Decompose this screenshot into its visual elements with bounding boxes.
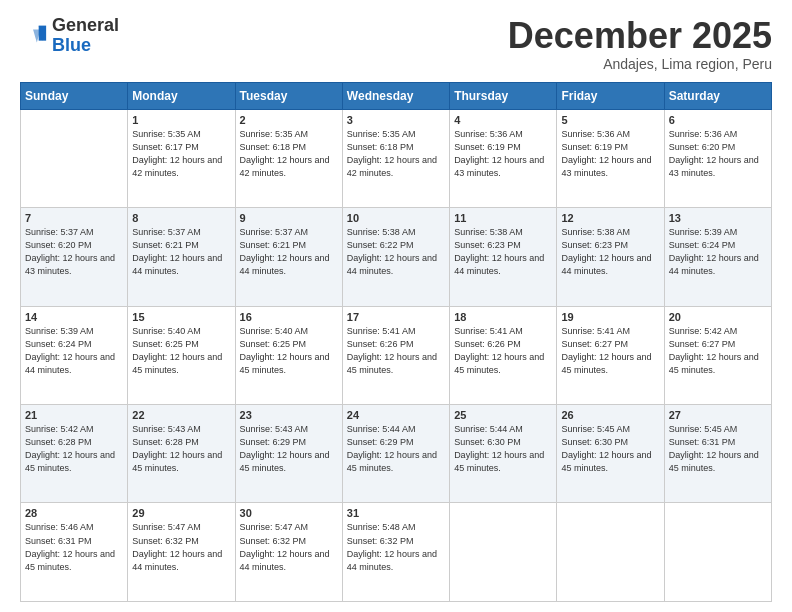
day-info: Sunrise: 5:45 AMSunset: 6:30 PMDaylight:…: [561, 423, 659, 475]
day-number: 28: [25, 507, 123, 519]
day-number: 3: [347, 114, 445, 126]
calendar-cell: 14Sunrise: 5:39 AMSunset: 6:24 PMDayligh…: [21, 306, 128, 404]
day-number: 2: [240, 114, 338, 126]
day-info: Sunrise: 5:36 AMSunset: 6:20 PMDaylight:…: [669, 128, 767, 180]
day-number: 16: [240, 311, 338, 323]
day-number: 14: [25, 311, 123, 323]
day-number: 10: [347, 212, 445, 224]
day-number: 31: [347, 507, 445, 519]
day-info: Sunrise: 5:43 AMSunset: 6:28 PMDaylight:…: [132, 423, 230, 475]
calendar-cell: 3Sunrise: 5:35 AMSunset: 6:18 PMDaylight…: [342, 109, 449, 207]
day-info: Sunrise: 5:37 AMSunset: 6:21 PMDaylight:…: [240, 226, 338, 278]
day-header: Wednesday: [342, 82, 449, 109]
month-title: December 2025: [508, 16, 772, 56]
day-number: 19: [561, 311, 659, 323]
logo-icon: [20, 22, 48, 50]
day-info: Sunrise: 5:37 AMSunset: 6:21 PMDaylight:…: [132, 226, 230, 278]
calendar-cell: 26Sunrise: 5:45 AMSunset: 6:30 PMDayligh…: [557, 405, 664, 503]
calendar-cell: 29Sunrise: 5:47 AMSunset: 6:32 PMDayligh…: [128, 503, 235, 602]
day-info: Sunrise: 5:38 AMSunset: 6:22 PMDaylight:…: [347, 226, 445, 278]
calendar-table: SundayMondayTuesdayWednesdayThursdayFrid…: [20, 82, 772, 602]
day-info: Sunrise: 5:35 AMSunset: 6:18 PMDaylight:…: [347, 128, 445, 180]
day-header: Thursday: [450, 82, 557, 109]
day-header: Friday: [557, 82, 664, 109]
calendar-cell: 13Sunrise: 5:39 AMSunset: 6:24 PMDayligh…: [664, 208, 771, 306]
day-info: Sunrise: 5:41 AMSunset: 6:26 PMDaylight:…: [347, 325, 445, 377]
day-number: 13: [669, 212, 767, 224]
calendar-cell: [664, 503, 771, 602]
day-number: 15: [132, 311, 230, 323]
day-info: Sunrise: 5:47 AMSunset: 6:32 PMDaylight:…: [240, 521, 338, 573]
calendar-cell: 7Sunrise: 5:37 AMSunset: 6:20 PMDaylight…: [21, 208, 128, 306]
day-info: Sunrise: 5:45 AMSunset: 6:31 PMDaylight:…: [669, 423, 767, 475]
subtitle: Andajes, Lima region, Peru: [508, 56, 772, 72]
day-info: Sunrise: 5:42 AMSunset: 6:27 PMDaylight:…: [669, 325, 767, 377]
day-info: Sunrise: 5:39 AMSunset: 6:24 PMDaylight:…: [669, 226, 767, 278]
calendar-cell: 21Sunrise: 5:42 AMSunset: 6:28 PMDayligh…: [21, 405, 128, 503]
calendar-cell: 10Sunrise: 5:38 AMSunset: 6:22 PMDayligh…: [342, 208, 449, 306]
calendar-cell: 16Sunrise: 5:40 AMSunset: 6:25 PMDayligh…: [235, 306, 342, 404]
calendar-cell: 28Sunrise: 5:46 AMSunset: 6:31 PMDayligh…: [21, 503, 128, 602]
day-number: 4: [454, 114, 552, 126]
calendar-cell: [557, 503, 664, 602]
calendar-cell: [21, 109, 128, 207]
day-info: Sunrise: 5:36 AMSunset: 6:19 PMDaylight:…: [561, 128, 659, 180]
day-info: Sunrise: 5:38 AMSunset: 6:23 PMDaylight:…: [454, 226, 552, 278]
day-number: 9: [240, 212, 338, 224]
calendar-cell: 15Sunrise: 5:40 AMSunset: 6:25 PMDayligh…: [128, 306, 235, 404]
page: General Blue December 2025 Andajes, Lima…: [0, 0, 792, 612]
day-info: Sunrise: 5:44 AMSunset: 6:29 PMDaylight:…: [347, 423, 445, 475]
day-info: Sunrise: 5:47 AMSunset: 6:32 PMDaylight:…: [132, 521, 230, 573]
day-number: 6: [669, 114, 767, 126]
logo-blue: Blue: [52, 36, 119, 56]
title-section: December 2025 Andajes, Lima region, Peru: [508, 16, 772, 72]
day-info: Sunrise: 5:48 AMSunset: 6:32 PMDaylight:…: [347, 521, 445, 573]
calendar-cell: 1Sunrise: 5:35 AMSunset: 6:17 PMDaylight…: [128, 109, 235, 207]
day-info: Sunrise: 5:46 AMSunset: 6:31 PMDaylight:…: [25, 521, 123, 573]
day-info: Sunrise: 5:44 AMSunset: 6:30 PMDaylight:…: [454, 423, 552, 475]
calendar-cell: 18Sunrise: 5:41 AMSunset: 6:26 PMDayligh…: [450, 306, 557, 404]
day-number: 29: [132, 507, 230, 519]
day-number: 11: [454, 212, 552, 224]
calendar-cell: 27Sunrise: 5:45 AMSunset: 6:31 PMDayligh…: [664, 405, 771, 503]
calendar-cell: 6Sunrise: 5:36 AMSunset: 6:20 PMDaylight…: [664, 109, 771, 207]
day-info: Sunrise: 5:40 AMSunset: 6:25 PMDaylight:…: [132, 325, 230, 377]
day-number: 17: [347, 311, 445, 323]
header: General Blue December 2025 Andajes, Lima…: [20, 16, 772, 72]
calendar-cell: 8Sunrise: 5:37 AMSunset: 6:21 PMDaylight…: [128, 208, 235, 306]
day-info: Sunrise: 5:40 AMSunset: 6:25 PMDaylight:…: [240, 325, 338, 377]
calendar-cell: 31Sunrise: 5:48 AMSunset: 6:32 PMDayligh…: [342, 503, 449, 602]
day-number: 21: [25, 409, 123, 421]
day-number: 1: [132, 114, 230, 126]
day-number: 23: [240, 409, 338, 421]
day-header: Sunday: [21, 82, 128, 109]
logo-general: General: [52, 16, 119, 36]
logo: General Blue: [20, 16, 119, 56]
day-header: Monday: [128, 82, 235, 109]
day-header: Tuesday: [235, 82, 342, 109]
calendar-cell: 17Sunrise: 5:41 AMSunset: 6:26 PMDayligh…: [342, 306, 449, 404]
calendar-cell: 30Sunrise: 5:47 AMSunset: 6:32 PMDayligh…: [235, 503, 342, 602]
day-info: Sunrise: 5:35 AMSunset: 6:17 PMDaylight:…: [132, 128, 230, 180]
day-number: 8: [132, 212, 230, 224]
day-number: 24: [347, 409, 445, 421]
calendar-cell: 9Sunrise: 5:37 AMSunset: 6:21 PMDaylight…: [235, 208, 342, 306]
day-number: 25: [454, 409, 552, 421]
day-info: Sunrise: 5:35 AMSunset: 6:18 PMDaylight:…: [240, 128, 338, 180]
logo-text: General Blue: [52, 16, 119, 56]
calendar-cell: 22Sunrise: 5:43 AMSunset: 6:28 PMDayligh…: [128, 405, 235, 503]
calendar-cell: 12Sunrise: 5:38 AMSunset: 6:23 PMDayligh…: [557, 208, 664, 306]
day-header: Saturday: [664, 82, 771, 109]
calendar-cell: 19Sunrise: 5:41 AMSunset: 6:27 PMDayligh…: [557, 306, 664, 404]
day-number: 12: [561, 212, 659, 224]
day-info: Sunrise: 5:37 AMSunset: 6:20 PMDaylight:…: [25, 226, 123, 278]
day-number: 26: [561, 409, 659, 421]
calendar-cell: [450, 503, 557, 602]
calendar-cell: 5Sunrise: 5:36 AMSunset: 6:19 PMDaylight…: [557, 109, 664, 207]
day-number: 27: [669, 409, 767, 421]
calendar-cell: 2Sunrise: 5:35 AMSunset: 6:18 PMDaylight…: [235, 109, 342, 207]
calendar-cell: 20Sunrise: 5:42 AMSunset: 6:27 PMDayligh…: [664, 306, 771, 404]
calendar-cell: 4Sunrise: 5:36 AMSunset: 6:19 PMDaylight…: [450, 109, 557, 207]
day-info: Sunrise: 5:41 AMSunset: 6:27 PMDaylight:…: [561, 325, 659, 377]
calendar-cell: 24Sunrise: 5:44 AMSunset: 6:29 PMDayligh…: [342, 405, 449, 503]
